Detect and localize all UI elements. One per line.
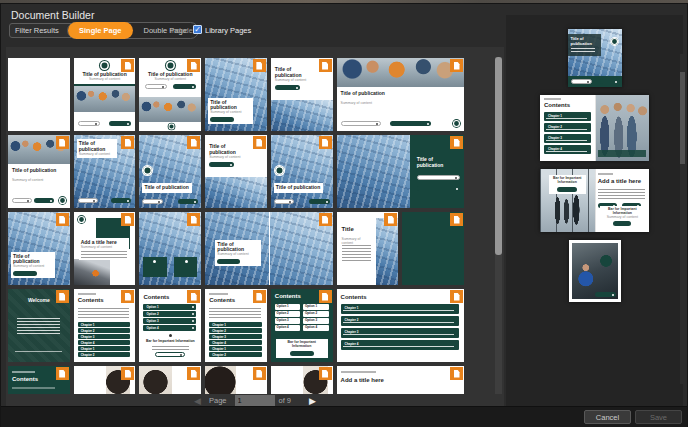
thumbnail-blank[interactable]	[8, 58, 70, 131]
thumb-search-pill	[145, 84, 167, 89]
library-page-badge-icon	[56, 290, 69, 303]
thumb-title: Contents	[143, 294, 169, 301]
thumb-title: Bar for Important Information	[139, 339, 201, 343]
thumbnail-photoRight[interactable]	[74, 366, 136, 394]
thumb-text-lines	[81, 251, 128, 258]
thumbnail-buildLow[interactable]: Title of publicationSummary of content	[8, 212, 70, 285]
thumb-title-card: Bar for Important Information	[276, 339, 328, 358]
library-page-badge-icon	[121, 136, 134, 149]
sidebar-scrollbar-thumb[interactable]	[680, 72, 685, 164]
thumb-title: Title of publication	[79, 141, 116, 153]
next-page-arrow-icon[interactable]: ▶	[309, 396, 316, 406]
thumbnail-titleSide[interactable]: TitleSummary of content	[337, 212, 399, 285]
thumb-photo	[139, 366, 171, 394]
thumb-kicker	[78, 293, 97, 295]
thumb-title: Title of publication	[276, 185, 321, 191]
save-button[interactable]: Save	[635, 410, 682, 424]
thumbnail-tealSolid[interactable]	[402, 212, 464, 285]
thumbnail-buildFull[interactable]: Title of publication	[139, 135, 201, 208]
sidebar-page-thumbnail-info-spread[interactable]: Bar for Important InformationAdd a title…	[540, 169, 649, 232]
grid-scrollbar-thumb[interactable]	[495, 57, 502, 255]
selected-pages-sidebar: Title of publicationContentsChapter 1Cha…	[506, 15, 683, 406]
thumbnail-buildFull[interactable]: Title of publication	[271, 135, 333, 208]
sidebar-page-thumbnail-office-photo[interactable]	[569, 240, 621, 302]
grid-scrollbar[interactable]	[495, 57, 502, 394]
thumb-search-pill	[571, 79, 593, 84]
thumb-title: Add a title here	[341, 377, 407, 384]
thumbnail-titleTopBuild[interactable]: Title of publicationSummary of content	[271, 58, 333, 131]
thumb-icon-dot	[153, 260, 156, 263]
thumbnail-photoWoman[interactable]	[205, 366, 267, 394]
cancel-button[interactable]: Cancel	[584, 410, 631, 424]
thumb-button-pill	[178, 199, 198, 204]
thumb-search-pill	[155, 352, 185, 357]
thumbnail-spreadTitle[interactable]: Title of publicationSummary of content	[205, 212, 332, 285]
thumb-icon-dot	[169, 334, 172, 337]
spread-gutter	[595, 95, 596, 161]
thumb-caption-bar	[598, 150, 646, 157]
thumb-button-pill	[111, 198, 131, 203]
thumb-photo	[376, 218, 398, 285]
thumb-title-card: Title of publicationSummary of content	[208, 98, 252, 124]
library-page-badge-icon	[450, 136, 463, 149]
thumb-button-pill	[290, 351, 314, 356]
thumb-title: Title of publication	[341, 91, 439, 97]
thumb-photo	[74, 259, 110, 285]
thumb-button-pill	[217, 259, 240, 264]
library-page-badge-icon	[56, 367, 69, 380]
thumbnail-photoRight[interactable]	[271, 366, 333, 394]
thumb-title: Contents	[12, 376, 38, 383]
sidebar-page-thumbnail-cover[interactable]: Title of publication	[568, 29, 622, 87]
sidebar-scrollbar[interactable]	[680, 54, 685, 384]
thumbnail-buildSquares[interactable]	[139, 212, 201, 285]
thumbnail-buildTitleBox[interactable]: Title of publicationSummary of content	[74, 135, 136, 208]
thumbnail-coverA[interactable]: Title of publicationSummary of content	[74, 58, 136, 131]
page-number-input[interactable]	[235, 395, 275, 406]
thumbnail-contentsList[interactable]: ContentsChapter 1Chapter 2Chapter 3Chapt…	[205, 289, 267, 362]
thumb-title-card: Add a title hereSummary of content	[79, 238, 130, 260]
library-page-badge-icon	[319, 367, 332, 380]
document-builder-dialog: Document Builder Filter Results ▼ Single…	[0, 3, 688, 427]
thumbnail-peopleTop[interactable]: Title of publicationSummary of content	[337, 58, 464, 131]
thumb-title: Title	[342, 226, 354, 233]
thumbnail-buildLow[interactable]: Title of publicationSummary of content	[205, 58, 267, 131]
thumbnail-titleTopBuild[interactable]: Title of publicationSummary of content	[205, 135, 267, 208]
thumb-search-pill	[142, 199, 162, 204]
dialog-title: Document Builder	[11, 9, 94, 21]
thumb-button-pill	[557, 187, 577, 192]
thumb-title-card: Bar for Important InformationSummary of …	[600, 206, 645, 229]
spread-gutter	[269, 212, 271, 285]
library-page-badge-icon	[56, 136, 69, 149]
library-page-badge-icon	[56, 213, 69, 226]
thumb-title: Title of publication	[12, 168, 57, 174]
single-page-button[interactable]: Single Page	[68, 22, 133, 39]
library-page-badge-icon	[187, 59, 200, 72]
thumbnail-addTitle[interactable]: Add a title hereSummary of content	[74, 212, 136, 285]
thumb-title-card: Title of publicationSummary of content	[215, 240, 261, 266]
sidebar-page-thumbnail-contents-spread[interactable]: ContentsChapter 1Chapter 2Chapter 3Chapt…	[540, 95, 649, 161]
thumbnail-contentsOptions[interactable]: ContentsOption 1Option 2Option 3Option 4…	[139, 289, 201, 362]
thumb-button-pill	[417, 186, 460, 191]
thumbnail-contentsDark[interactable]: Contents	[8, 366, 70, 394]
thumbnail-photoLeft[interactable]	[139, 366, 201, 394]
thumbnail-buildTealRight[interactable]: whiteTitle of publication	[337, 135, 464, 208]
thumb-title: Contents	[341, 294, 367, 301]
thumb-subtitle: Summary of content	[341, 102, 372, 106]
thumbnail-welcome[interactable]: Welcome	[8, 289, 70, 362]
library-page-badge-icon	[319, 213, 332, 226]
thumb-text-lines	[17, 318, 60, 334]
thumb-button-pill	[210, 117, 234, 122]
thumbnail-contentsList[interactable]: ContentsChapter 1Chapter 2Chapter 3Chapt…	[74, 289, 136, 362]
thumbnail-contentsOptionsGrid[interactable]: ContentsOption 1Option 1Option 2Option 2…	[271, 289, 333, 362]
previous-page-arrow-icon[interactable]: ◀	[194, 396, 201, 406]
thumb-kicker	[341, 371, 377, 373]
thumb-title: Contents	[544, 102, 570, 109]
thumbnail-contentsRows[interactable]: ContentsChapter 1Chapter 2Chapter 3Chapt…	[337, 289, 464, 362]
thumb-button-pill	[34, 198, 54, 203]
thumbnail-addTitleSm[interactable]: Add a title here	[337, 366, 464, 394]
thumbnail-coverB[interactable]: Title of publicationSummary of content	[139, 58, 201, 131]
thumb-text-lines	[152, 346, 189, 350]
library-pages-checkbox[interactable]: ✓	[193, 25, 202, 34]
thumb-kicker	[209, 293, 228, 295]
thumbnail-peopleTop[interactable]: Title of publicationSummary of content	[8, 135, 70, 208]
